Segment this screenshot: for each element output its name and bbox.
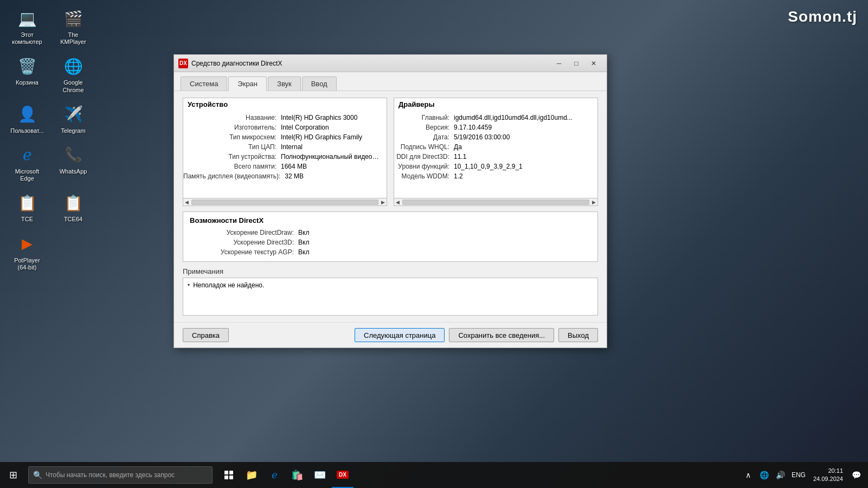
- desktop-icon-row-2: 🗑️ Корзина 🌐 GoogleChrome: [5, 53, 95, 95]
- driver-label-4: DDI для Direct3D:: [394, 153, 454, 160]
- device-row-4: Тип устройства: Полнофункциональный виде…: [183, 152, 382, 162]
- device-panel-scroll[interactable]: Название: Intel(R) HD Graphics 3000 Изго…: [183, 111, 387, 203]
- driver-row-6: Модель WDDM: 1.2: [394, 171, 593, 181]
- device-scroll-left[interactable]: ◀: [183, 200, 190, 205]
- notes-box[interactable]: • Неполадок не найдено.: [183, 278, 598, 316]
- device-label-4: Тип устройства:: [183, 153, 281, 160]
- desktop-icon-computer[interactable]: 💻 Этоткомпьютер: [5, 5, 49, 48]
- device-label-0: Название:: [183, 114, 281, 121]
- search-icon: 🔍: [33, 471, 42, 479]
- svg-rect-2: [224, 476, 228, 479]
- close-button[interactable]: ✕: [585, 58, 602, 69]
- device-value-4: Полнофункциональный видеоадапт: [281, 153, 382, 160]
- info-panels: Устройство Название: Intel(R) HD Graphic…: [183, 98, 598, 206]
- driver-label-1: Версия:: [394, 124, 454, 131]
- footer-spacer: [233, 328, 350, 342]
- device-panel-title: Устройство: [183, 98, 387, 111]
- tab-input[interactable]: Ввод: [302, 76, 337, 91]
- device-scroll-thumb: [191, 200, 378, 205]
- svg-rect-1: [229, 471, 233, 474]
- search-input[interactable]: [46, 471, 208, 479]
- taskbar-icon-fileexplorer[interactable]: 📁: [241, 462, 262, 488]
- desktop-icon-tce[interactable]: 📋 TCE: [5, 190, 49, 225]
- chrome-icon: 🌐: [62, 55, 84, 77]
- device-scroll-right[interactable]: ▶: [380, 200, 387, 205]
- taskbar-tray: ∧ 🌐 🔊 ENG 20:11 24.09.2024 💬: [741, 462, 868, 488]
- driver-value-6: 1.2: [454, 172, 593, 180]
- exit-button[interactable]: Выход: [558, 328, 598, 342]
- device-label-1: Изготовитель:: [183, 124, 281, 131]
- desktop-icon-row-1: 💻 Этоткомпьютер 🎬 TheKMPlayer: [5, 5, 95, 48]
- taskbar-icon-mail[interactable]: ✉️: [309, 462, 331, 488]
- taskbar-icon-taskview[interactable]: [218, 462, 240, 488]
- drivers-scroll-left[interactable]: ◀: [394, 200, 401, 205]
- tray-chevron[interactable]: ∧: [741, 462, 756, 488]
- telegram-label: Telegram: [61, 127, 85, 134]
- drivers-panel-scroll[interactable]: Главный: igdumd64.dll,igd10umd64.dll,igd…: [394, 111, 597, 203]
- tce-icon: 📋: [16, 192, 38, 214]
- desktop-icon-chrome[interactable]: 🌐 GoogleChrome: [52, 53, 95, 95]
- help-button[interactable]: Справка: [183, 328, 229, 342]
- desktop-icon-tce64[interactable]: 📋 TCE64: [52, 190, 95, 225]
- desktop-icon-kmplayer[interactable]: 🎬 TheKMPlayer: [52, 5, 95, 48]
- dialog-window-controls: ─ □ ✕: [550, 58, 602, 69]
- desktop-icon-whatsapp[interactable]: 📞 WhatsApp: [52, 142, 95, 184]
- desktop-icon-potplayer[interactable]: ▶ PotPlayer(64-bit): [5, 231, 49, 273]
- cap-value-1: Вкл: [298, 239, 309, 246]
- clock-time: 20:11: [828, 467, 843, 475]
- driver-label-6: Модель WDDM:: [394, 172, 454, 180]
- cap-row-1: Ускорение Direct3D: Вкл: [190, 237, 591, 247]
- tab-screen[interactable]: Экран: [228, 76, 267, 91]
- dialog-titlebar[interactable]: DX Средство диагностики DirectX ─ □ ✕: [174, 55, 607, 72]
- device-panel: Устройство Название: Intel(R) HD Graphic…: [183, 98, 387, 206]
- driver-row-4: DDI для Direct3D: 11.1: [394, 152, 593, 162]
- device-value-1: Intel Corporation: [281, 124, 382, 131]
- drivers-scroll-right[interactable]: ▶: [590, 200, 597, 205]
- taskbar-app-icons: 📁 ℯ 🛍️ ✉️ DX: [218, 462, 353, 488]
- device-label-6: Память дисплея (видеопамять):: [183, 172, 285, 180]
- device-label-3: Тип ЦАП:: [183, 143, 281, 151]
- driver-row-1: Версия: 9.17.10.4459: [394, 123, 593, 132]
- drivers-panel-hscroll[interactable]: ◀ ▶: [394, 198, 597, 206]
- device-value-3: Internal: [281, 143, 382, 151]
- desktop-icon-edge[interactable]: ℯ MicrosoftEdge: [5, 142, 49, 184]
- desktop-icon-user[interactable]: 👤 Пользоват...: [5, 101, 49, 137]
- whatsapp-label: WhatsApp: [60, 168, 87, 175]
- device-row-1: Изготовитель: Intel Corporation: [183, 123, 382, 132]
- tray-network[interactable]: 🌐: [757, 462, 772, 488]
- device-panel-inner: Название: Intel(R) HD Graphics 3000 Изго…: [183, 111, 387, 183]
- desktop-icon-telegram[interactable]: ✈️ Telegram: [52, 101, 95, 137]
- tray-language[interactable]: ENG: [789, 462, 808, 488]
- clock-date: 24.09.2024: [813, 475, 843, 483]
- save-all-button[interactable]: Сохранить все сведения...: [449, 328, 554, 342]
- driver-value-2: 5/19/2016 03:00:00: [454, 133, 593, 141]
- taskbar-icon-store[interactable]: 🛍️: [286, 462, 308, 488]
- taskbar-icon-edge[interactable]: ℯ: [263, 462, 285, 488]
- driver-value-3: Да: [454, 143, 593, 151]
- taskbar-search[interactable]: 🔍: [28, 466, 213, 484]
- taskbar-clock[interactable]: 20:11 24.09.2024: [810, 467, 846, 484]
- tray-notification[interactable]: 💬: [848, 462, 864, 488]
- maximize-button[interactable]: □: [568, 58, 585, 69]
- driver-label-5: Уровни функций:: [394, 163, 454, 170]
- cap-row-2: Ускорение текстур AGP: Вкл: [190, 247, 591, 257]
- notes-text-0: Неполадок не найдено.: [193, 281, 264, 289]
- cap-label-0: Ускорение DirectDraw:: [190, 229, 298, 236]
- svg-rect-3: [229, 476, 233, 479]
- tab-sound[interactable]: Звук: [268, 76, 301, 91]
- device-panel-hscroll[interactable]: ◀ ▶: [183, 198, 387, 206]
- edge-icon: ℯ: [16, 144, 38, 166]
- tab-system[interactable]: Система: [181, 76, 227, 91]
- start-button[interactable]: ⊞: [0, 462, 26, 488]
- capabilities-section: Возможности DirectX Ускорение DirectDraw…: [183, 211, 598, 262]
- taskbar-icon-directx[interactable]: DX: [332, 462, 353, 488]
- recycle-label: Корзина: [16, 79, 38, 86]
- next-page-button[interactable]: Следующая страница: [355, 328, 445, 342]
- tce64-icon: 📋: [62, 192, 84, 214]
- minimize-button[interactable]: ─: [550, 58, 568, 69]
- desktop-icon-recycle[interactable]: 🗑️ Корзина: [5, 53, 49, 95]
- directx-dialog: DX Средство диагностики DirectX ─ □ ✕ Си…: [173, 54, 607, 348]
- tray-volume[interactable]: 🔊: [773, 462, 788, 488]
- device-value-0: Intel(R) HD Graphics 3000: [281, 114, 382, 121]
- tray-icons: ∧ 🌐 🔊 ENG: [741, 462, 808, 488]
